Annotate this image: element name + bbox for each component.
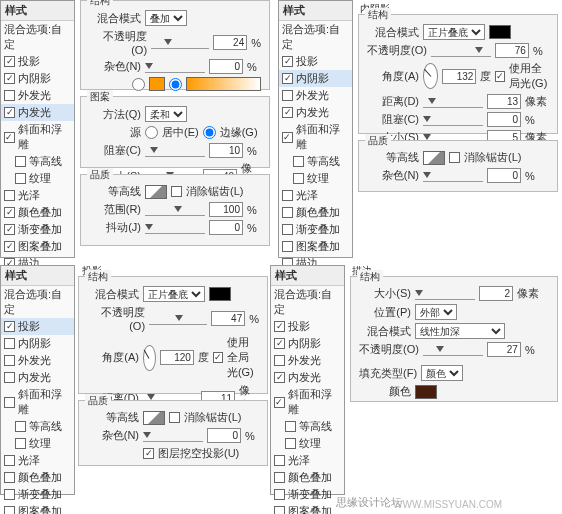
opacity-input[interactable] [213,35,247,50]
choke-input[interactable] [487,112,521,127]
checkbox-icon[interactable] [4,224,15,235]
color-swatch[interactable] [209,287,231,301]
fx-contour[interactable]: 等高线 [271,418,344,435]
noise-slider[interactable] [145,61,205,73]
fx-patt-ov[interactable]: 图案叠加 [1,238,74,255]
angle-dial[interactable] [143,345,156,371]
choke-slider[interactable] [423,114,483,126]
fx-color-ov[interactable]: 颜色叠加 [279,204,352,221]
range-slider[interactable] [145,204,205,216]
fx-bevel[interactable]: 斜面和浮雕 [279,121,352,153]
grad-radio[interactable] [169,78,182,91]
fx-inner-sh[interactable]: 内阴影 [1,70,74,87]
contour-thumb[interactable] [145,185,167,199]
fx-inner-gl[interactable]: 内发光 [1,104,74,121]
checkbox-icon[interactable] [282,190,293,201]
opacity-input[interactable] [487,342,521,357]
fx-patt-ov[interactable]: 图案叠加 [271,503,344,514]
fx-grad-ov[interactable]: 渐变叠加 [279,221,352,238]
fx-drop[interactable]: 投影 [1,53,74,70]
fx-patt-ov[interactable]: 图案叠加 [279,238,352,255]
fx-inner-sh[interactable]: 内阴影 [279,70,352,87]
center-radio[interactable] [145,126,158,139]
checkbox-icon[interactable] [282,132,293,143]
noise-slider[interactable] [423,170,483,182]
blend-select[interactable]: 叠加 [145,10,187,26]
fx-texture[interactable]: 纹理 [1,435,74,452]
fx-inner-sh[interactable]: 内阴影 [271,335,344,352]
checkbox-icon[interactable] [15,156,26,167]
fx-color-ov[interactable]: 颜色叠加 [271,469,344,486]
contour-thumb[interactable] [423,151,445,165]
fx-grad-ov[interactable]: 渐变叠加 [271,486,344,503]
jitter-slider[interactable] [145,222,205,234]
fx-outer-gl[interactable]: 外发光 [1,87,74,104]
contour-thumb[interactable] [143,411,165,425]
fx-inner-gl[interactable]: 内发光 [1,369,74,386]
fx-drop[interactable]: 投影 [1,318,74,335]
fx-color-ov[interactable]: 颜色叠加 [1,204,74,221]
size-input[interactable] [479,286,513,301]
checkbox-icon[interactable] [282,90,293,101]
checkbox-icon[interactable] [4,241,15,252]
checkbox-icon[interactable] [274,489,285,500]
fx-satin[interactable]: 光泽 [1,452,74,469]
checkbox-icon[interactable] [274,506,285,514]
distance-input[interactable] [487,94,521,109]
fx-satin[interactable]: 光泽 [279,187,352,204]
checkbox-icon[interactable] [4,190,15,201]
fx-inner-sh[interactable]: 内阴影 [1,335,74,352]
checkbox-icon[interactable] [282,107,293,118]
angle-dial[interactable] [423,63,438,89]
noise-input[interactable] [209,59,243,74]
edge-radio[interactable] [203,126,216,139]
checkbox-icon[interactable] [4,489,15,500]
noise-slider[interactable] [143,430,203,442]
checkbox-icon[interactable] [15,421,26,432]
checkbox-icon[interactable] [4,107,15,118]
blend-options[interactable]: 混合选项:自定 [1,286,74,318]
checkbox-icon[interactable] [4,455,15,466]
fx-texture[interactable]: 纹理 [1,170,74,187]
global-check[interactable] [495,71,505,82]
blend-options[interactable]: 混合选项:自定 [279,21,352,53]
fx-color-ov[interactable]: 颜色叠加 [1,469,74,486]
choke-slider[interactable] [145,145,205,157]
choke-input[interactable] [209,143,243,158]
checkbox-icon[interactable] [282,241,293,252]
color-swatch[interactable] [415,385,437,399]
checkbox-icon[interactable] [15,173,26,184]
angle-input[interactable] [160,350,194,365]
checkbox-icon[interactable] [4,338,15,349]
color-swatch[interactable] [149,77,166,91]
fx-patt-ov[interactable]: 图案叠加 [1,503,74,514]
checkbox-icon[interactable] [4,506,15,514]
size-slider[interactable] [415,288,475,300]
fx-contour[interactable]: 等高线 [279,153,352,170]
opacity-input[interactable] [211,311,245,326]
fx-bevel[interactable]: 斜面和浮雕 [1,386,74,418]
noise-input[interactable] [487,168,521,183]
position-select[interactable]: 外部 [415,304,457,320]
knockout-check[interactable] [143,448,154,459]
checkbox-icon[interactable] [4,321,15,332]
checkbox-icon[interactable] [15,438,26,449]
global-check[interactable] [213,352,223,363]
checkbox-icon[interactable] [274,472,285,483]
checkbox-icon[interactable] [4,472,15,483]
checkbox-icon[interactable] [4,90,15,101]
distance-slider[interactable] [423,96,483,108]
blend-options[interactable]: 混合选项:自定 [1,21,74,53]
anti-check[interactable] [169,412,180,423]
checkbox-icon[interactable] [274,338,285,349]
checkbox-icon[interactable] [293,156,304,167]
gradient-preview[interactable] [186,77,261,91]
fx-contour[interactable]: 等高线 [1,418,74,435]
fx-contour[interactable]: 等高线 [1,153,74,170]
checkbox-icon[interactable] [282,207,293,218]
fx-satin[interactable]: 光泽 [271,452,344,469]
fx-bevel[interactable]: 斜面和浮雕 [1,121,74,153]
fx-inner-gl[interactable]: 内发光 [271,369,344,386]
checkbox-icon[interactable] [4,355,15,366]
checkbox-icon[interactable] [282,56,293,67]
